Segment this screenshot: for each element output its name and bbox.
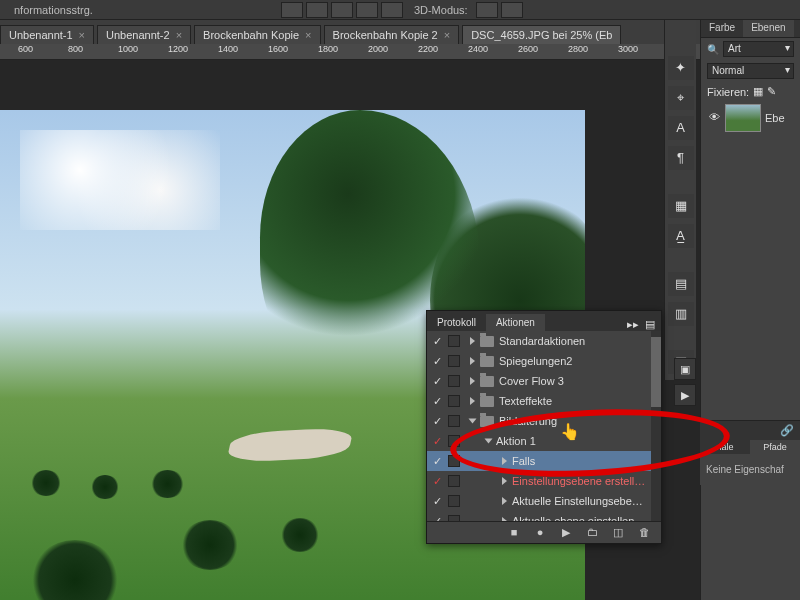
tab-aktionen[interactable]: Aktionen <box>486 314 545 331</box>
tab-farbe[interactable]: Farbe <box>701 20 743 37</box>
action-row[interactable]: ✓Standardaktionen <box>427 331 661 351</box>
dialog-toggle[interactable] <box>448 475 460 487</box>
mode-3d-label: 3D-Modus: <box>414 4 468 16</box>
record-button[interactable]: ▣ <box>674 358 696 380</box>
play-button[interactable]: ▶ <box>559 526 573 540</box>
toolbar-btn[interactable] <box>331 2 353 18</box>
action-row[interactable]: ✓Einstellungsebene erstell… <box>427 471 661 491</box>
lock-brush-icon[interactable]: ✎ <box>767 85 776 98</box>
toggle-check-icon[interactable]: ✓ <box>431 395 443 408</box>
tab-brockenbahn[interactable]: Brockenbahn Kopie× <box>194 25 320 44</box>
type-icon[interactable]: A <box>668 116 694 140</box>
char-styles-icon[interactable]: A̲ <box>668 224 694 248</box>
toggle-check-icon[interactable]: ✓ <box>431 415 443 428</box>
clone-icon[interactable]: ⌖ <box>668 86 694 110</box>
action-row[interactable]: ✓Cover Flow 3 <box>427 371 661 391</box>
disclosure-triangle-icon[interactable] <box>485 439 493 444</box>
action-row[interactable]: ✓Bildalterung <box>427 411 661 431</box>
dialog-toggle[interactable] <box>448 455 460 467</box>
dialog-toggle[interactable] <box>448 375 460 387</box>
lock-pixels-icon[interactable]: ▦ <box>753 85 763 98</box>
action-row[interactable]: ✓Falls <box>427 451 661 471</box>
paragraph-icon[interactable]: ¶ <box>668 146 694 170</box>
disclosure-triangle-icon[interactable] <box>470 397 475 405</box>
new-action-button[interactable]: ◫ <box>611 526 625 540</box>
action-row[interactable]: ✓Texteffekte <box>427 391 661 411</box>
record-button[interactable]: ● <box>533 526 547 540</box>
disclosure-triangle-icon[interactable] <box>502 497 507 505</box>
dialog-toggle[interactable] <box>448 435 460 447</box>
collapse-icon[interactable]: ▸▸ <box>627 318 639 331</box>
toolbar-btn[interactable] <box>356 2 378 18</box>
no-properties-text: Keine Eigenschaf <box>700 454 800 485</box>
toolbar-btn[interactable] <box>281 2 303 18</box>
action-row[interactable]: ✓Aktuelle Einstellungsebe… <box>427 491 661 511</box>
dialog-toggle[interactable] <box>448 495 460 507</box>
action-row[interactable]: ✓Spiegelungen2 <box>427 351 661 371</box>
disclosure-triangle-icon[interactable] <box>470 377 475 385</box>
layer-name: Ebe <box>765 112 785 124</box>
link-icon[interactable]: 🔗 <box>780 424 794 437</box>
toggle-check-icon[interactable]: ✓ <box>431 455 443 468</box>
action-row[interactable]: ✓Aktion 1 <box>427 431 661 451</box>
toggle-check-icon[interactable]: ✓ <box>431 475 443 488</box>
action-label: Bildalterung <box>499 415 661 427</box>
toolbar-btn[interactable] <box>381 2 403 18</box>
stop-button[interactable]: ■ <box>507 526 521 540</box>
close-icon[interactable]: × <box>444 29 450 41</box>
tab-unbenannt-2[interactable]: Unbenannt-2× <box>97 25 191 44</box>
disclosure-triangle-icon[interactable] <box>502 457 507 465</box>
toolbar-btn[interactable] <box>476 2 498 18</box>
toolbar-btn[interactable] <box>501 2 523 18</box>
folder-icon <box>480 356 494 367</box>
layer-row[interactable]: 👁 Ebe <box>701 101 800 135</box>
close-icon[interactable]: × <box>176 29 182 41</box>
toolbar-btn[interactable] <box>306 2 328 18</box>
tab-brockenbahn-2[interactable]: Brockenbahn Kopie 2× <box>324 25 460 44</box>
dialog-toggle[interactable] <box>448 415 460 427</box>
toggle-check-icon[interactable]: ✓ <box>431 435 443 448</box>
play-button[interactable]: ▶ <box>674 384 696 406</box>
layer-thumbnail[interactable] <box>725 104 761 132</box>
toggle-check-icon[interactable]: ✓ <box>431 335 443 348</box>
brush-icon[interactable]: ✦ <box>668 56 694 80</box>
close-icon[interactable]: × <box>79 29 85 41</box>
action-label: Standardaktionen <box>499 335 661 347</box>
tab-protokoll[interactable]: Protokoll <box>427 314 486 331</box>
folder-icon <box>480 376 494 387</box>
new-set-button[interactable]: 🗀 <box>585 526 599 540</box>
panel-menu-icon[interactable]: ▤ <box>645 318 655 331</box>
filter-kind-dropdown[interactable]: Art <box>723 41 794 57</box>
info-label: nformationsstrg. <box>14 4 93 16</box>
visibility-icon[interactable]: 👁 <box>707 111 721 125</box>
dialog-toggle[interactable] <box>448 395 460 407</box>
action-row[interactable]: ✓Aktuelle ebene einstellen <box>427 511 661 521</box>
toggle-check-icon[interactable]: ✓ <box>431 355 443 368</box>
disclosure-triangle-icon[interactable] <box>502 477 507 485</box>
disclosure-triangle-icon[interactable] <box>502 517 507 521</box>
tab-dsc-4659[interactable]: DSC_4659.JPG bei 25% (Eb <box>462 25 621 44</box>
toggle-check-icon[interactable]: ✓ <box>431 515 443 522</box>
panel-icon[interactable]: ▤ <box>668 272 694 296</box>
lock-label: Fixieren: <box>707 86 749 98</box>
folder-icon <box>480 416 494 427</box>
styles-icon[interactable]: ▦ <box>668 194 694 218</box>
disclosure-triangle-icon[interactable] <box>470 357 475 365</box>
scrollbar[interactable] <box>651 331 661 521</box>
action-label: Aktion 1 <box>496 435 661 447</box>
disclosure-triangle-icon[interactable] <box>469 419 477 424</box>
tab-channels[interactable]: näle <box>700 440 750 454</box>
toggle-check-icon[interactable]: ✓ <box>431 375 443 388</box>
panel-icon[interactable]: ▥ <box>668 302 694 326</box>
disclosure-triangle-icon[interactable] <box>470 337 475 345</box>
dialog-toggle[interactable] <box>448 355 460 367</box>
tab-paths[interactable]: Pfade <box>750 440 800 454</box>
close-icon[interactable]: × <box>305 29 311 41</box>
dialog-toggle[interactable] <box>448 515 460 521</box>
delete-button[interactable]: 🗑 <box>637 526 651 540</box>
tab-ebenen[interactable]: Ebenen <box>743 20 793 37</box>
dialog-toggle[interactable] <box>448 335 460 347</box>
blend-mode-dropdown[interactable]: Normal <box>707 63 794 79</box>
tab-unbenannt-1[interactable]: Unbenannt-1× <box>0 25 94 44</box>
toggle-check-icon[interactable]: ✓ <box>431 495 443 508</box>
